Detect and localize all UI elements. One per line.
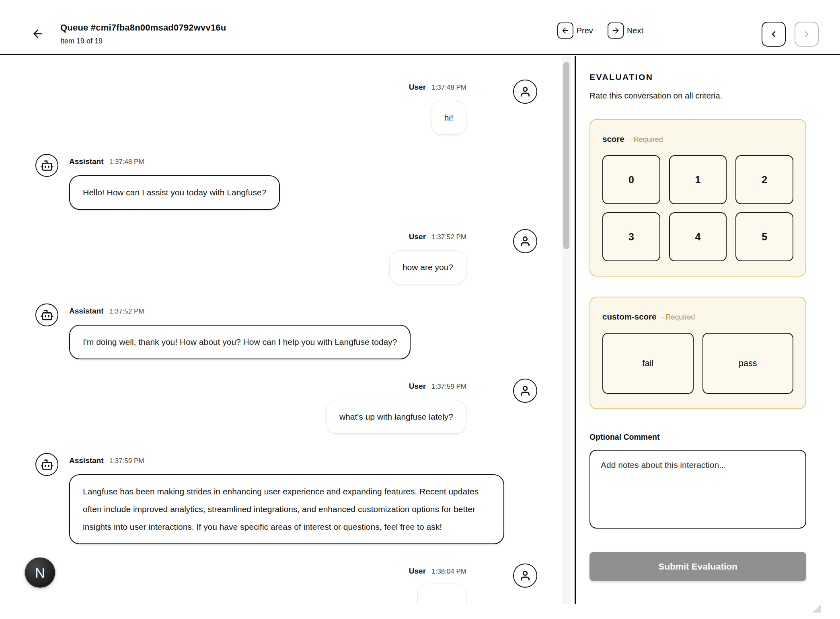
criterion-name: custom-score bbox=[602, 312, 656, 322]
chat-message-user: User 1:37:48 PM hi! bbox=[35, 83, 537, 135]
score-option-0[interactable]: 0 bbox=[602, 155, 660, 204]
score-option-2[interactable]: 2 bbox=[735, 155, 793, 204]
chat-message-assistant: Assistant 1:37:59 PM Langfuse has been m… bbox=[35, 456, 537, 544]
evaluation-subheading: Rate this conversation on all criteria. bbox=[589, 91, 806, 100]
message-bubble: hi! bbox=[431, 101, 466, 135]
message-bubble: Langfuse has been making strides in enha… bbox=[69, 474, 504, 544]
chat-message-assistant: Assistant 1:37:48 PM Hello! How can I as… bbox=[35, 157, 537, 210]
prev-label: Prev bbox=[577, 26, 593, 35]
custom-score-option-fail[interactable]: fail bbox=[602, 333, 694, 394]
assistant-avatar bbox=[35, 154, 58, 177]
next-control: Next bbox=[608, 23, 643, 39]
message-meta: Assistant 1:37:52 PM bbox=[69, 307, 537, 317]
message-meta: User 1:37:59 PM bbox=[409, 382, 502, 392]
message-bubble: I'm doing well, thank you! How about you… bbox=[69, 325, 411, 359]
chevron-right-icon bbox=[802, 29, 811, 39]
evaluation-panel: EVALUATION Rate this conversation on all… bbox=[576, 56, 840, 604]
user-avatar bbox=[513, 379, 537, 403]
item-counter: Item 19 of 19 bbox=[60, 37, 226, 45]
message-timestamp: 1:37:59 PM bbox=[109, 457, 144, 465]
next-label: Next bbox=[627, 26, 643, 35]
logo-letter: N bbox=[35, 566, 45, 580]
score-option-1[interactable]: 1 bbox=[669, 155, 727, 204]
message-meta: User 1:37:48 PM bbox=[409, 83, 502, 93]
message-role: User bbox=[409, 83, 426, 92]
message-role: Assistant bbox=[69, 157, 104, 166]
custom-score-option-pass[interactable]: pass bbox=[702, 333, 794, 394]
previous-item-button[interactable] bbox=[762, 22, 786, 47]
user-avatar bbox=[513, 80, 537, 104]
score-option-3[interactable]: 3 bbox=[602, 212, 660, 261]
user-icon bbox=[518, 384, 532, 398]
comment-label: Optional Comment bbox=[589, 432, 806, 442]
required-badge: · Required bbox=[661, 313, 695, 322]
message-bubble bbox=[417, 584, 466, 604]
message-timestamp: 1:37:48 PM bbox=[109, 158, 144, 166]
message-role: User bbox=[409, 382, 426, 391]
message-timestamp: 1:37:52 PM bbox=[109, 307, 144, 316]
criterion-card-score: score · Required 0 1 2 3 4 5 bbox=[589, 119, 806, 277]
message-timestamp: 1:37:59 PM bbox=[431, 383, 466, 391]
evaluation-heading: EVALUATION bbox=[589, 72, 806, 82]
annotation-queue-window: Queue #cmi7fba8n00msad0792wvv16u Item 19… bbox=[0, 0, 840, 619]
chat-message-user-partial: User 1:38:04 PM bbox=[35, 567, 537, 604]
assistant-avatar bbox=[35, 453, 58, 476]
chat-message-assistant: Assistant 1:37:52 PM I'm doing well, tha… bbox=[35, 307, 537, 359]
message-meta: User 1:38:04 PM bbox=[409, 567, 502, 577]
user-avatar bbox=[513, 229, 537, 253]
resize-grip-icon[interactable] bbox=[813, 605, 821, 613]
user-icon bbox=[518, 234, 532, 248]
bot-icon bbox=[40, 458, 54, 471]
back-button[interactable] bbox=[29, 25, 47, 43]
message-bubble: how are you? bbox=[389, 250, 466, 284]
next-button[interactable] bbox=[608, 23, 624, 39]
submit-evaluation-button[interactable]: Submit Evaluation bbox=[589, 552, 806, 581]
next-item-button[interactable] bbox=[795, 22, 819, 47]
assistant-avatar bbox=[35, 303, 58, 326]
arrow-right-icon bbox=[611, 26, 620, 35]
pager-buttons bbox=[762, 22, 819, 47]
message-meta: Assistant 1:37:48 PM bbox=[69, 157, 537, 168]
message-bubble: what's up with langfuse lately? bbox=[326, 400, 466, 434]
user-avatar bbox=[513, 564, 537, 588]
chevron-left-icon bbox=[769, 29, 778, 39]
criterion-name: score bbox=[602, 134, 624, 144]
criterion-card-custom-score: custom-score · Required fail pass bbox=[589, 297, 806, 409]
prev-next-hints: Prev Next bbox=[557, 23, 643, 39]
required-badge: · Required bbox=[629, 135, 663, 144]
user-icon bbox=[518, 569, 532, 582]
score-option-5[interactable]: 5 bbox=[735, 212, 793, 261]
prev-button[interactable] bbox=[557, 23, 573, 39]
message-role: Assistant bbox=[69, 307, 104, 316]
score-option-4[interactable]: 4 bbox=[669, 212, 727, 261]
message-bubble: Hello! How can I assist you today with L… bbox=[69, 175, 280, 210]
chat-scrollbar-track[interactable] bbox=[562, 56, 571, 604]
bot-icon bbox=[40, 308, 54, 322]
message-meta: User 1:37:52 PM bbox=[409, 232, 502, 243]
message-meta: Assistant 1:37:59 PM bbox=[69, 456, 537, 467]
arrow-left-icon bbox=[561, 26, 570, 35]
criterion-header: score · Required bbox=[602, 134, 793, 144]
message-timestamp: 1:37:52 PM bbox=[431, 233, 466, 241]
chat-message-user: User 1:37:52 PM how are you? bbox=[35, 232, 537, 284]
arrow-left-icon bbox=[31, 27, 44, 40]
header-titles: Queue #cmi7fba8n00msad0792wvv16u Item 19… bbox=[60, 23, 226, 45]
score-options: 0 1 2 3 4 5 bbox=[602, 155, 793, 261]
dev-tools-badge[interactable]: N bbox=[25, 558, 55, 588]
message-role: User bbox=[409, 232, 426, 241]
page-title: Queue #cmi7fba8n00msad0792wvv16u bbox=[60, 23, 226, 33]
header: Queue #cmi7fba8n00msad0792wvv16u Item 19… bbox=[0, 0, 840, 55]
user-icon bbox=[518, 85, 532, 98]
prev-control: Prev bbox=[557, 23, 593, 39]
chat-message-user: User 1:37:59 PM what's up with langfuse … bbox=[35, 382, 537, 434]
comment-textarea[interactable] bbox=[589, 450, 806, 529]
message-timestamp: 1:37:48 PM bbox=[431, 84, 466, 92]
criterion-header: custom-score · Required bbox=[602, 312, 793, 322]
conversation-pane[interactable]: User 1:37:48 PM hi! Assistant 1:37:48 PM… bbox=[0, 56, 562, 604]
message-timestamp: 1:38:04 PM bbox=[431, 568, 466, 576]
message-role: User bbox=[409, 567, 426, 576]
chat-scrollbar-thumb[interactable] bbox=[563, 62, 569, 249]
custom-score-options: fail pass bbox=[602, 333, 793, 394]
message-role: Assistant bbox=[69, 456, 104, 465]
bot-icon bbox=[40, 159, 54, 172]
